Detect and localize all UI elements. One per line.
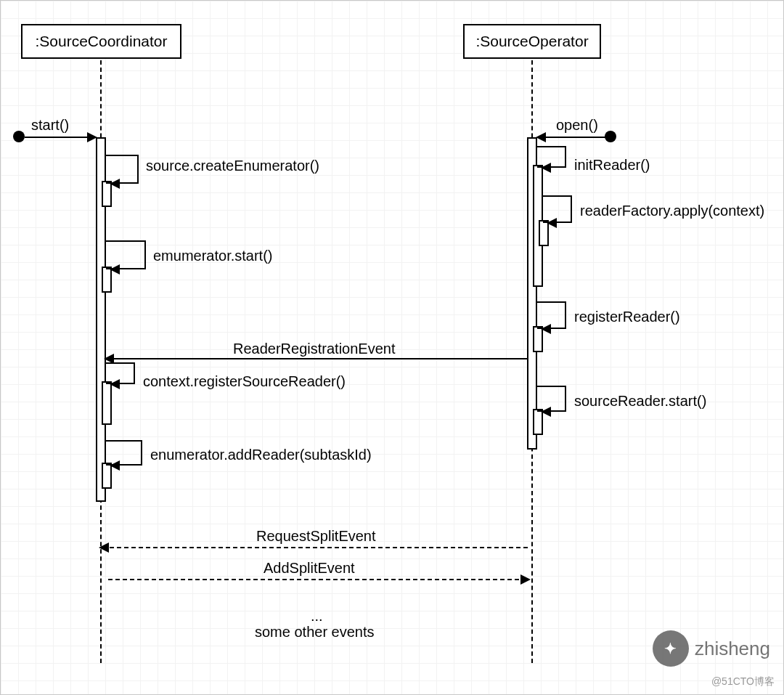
sequence-diagram: :SourceCoordinator :SourceOperator start…: [0, 0, 784, 695]
msg-addsplit: AddSplitEvent: [264, 560, 355, 577]
ellipsis: ...: [311, 608, 323, 625]
line-requestsplit: [110, 547, 528, 548]
line-addsplit: [108, 579, 526, 580]
watermark-platform: @51CTO博客: [711, 675, 775, 688]
arrow-icon: [547, 218, 557, 228]
msg-emumstart: emumerator.start(): [153, 248, 272, 264]
participant-source-operator: :SourceOperator: [463, 24, 601, 59]
line-readerregevent: [110, 358, 527, 359]
arrow-icon: [541, 324, 551, 334]
msg-createenum: source.createEnumerator(): [146, 158, 319, 174]
line-start: [25, 137, 94, 138]
participant-source-coordinator: :SourceCoordinator: [21, 24, 181, 59]
wechat-icon: ✦: [653, 630, 689, 667]
arrow-icon: [99, 542, 109, 553]
arrow-icon: [110, 264, 120, 275]
msg-readerfactory: readerFactory.apply(context): [580, 203, 764, 219]
line-open: [541, 137, 611, 138]
arrow-icon: [110, 460, 120, 471]
msg-enumaddreader: enumerator.addReader(subtaskId): [150, 447, 372, 463]
watermark-brand: ✦ zhisheng: [653, 630, 770, 667]
arrow-icon: [541, 407, 551, 417]
msg-open: open(): [556, 117, 598, 134]
msg-start: start(): [31, 117, 69, 134]
msg-otherevents: some other events: [255, 624, 375, 641]
msg-contextregister: context.registerSourceReader(): [143, 373, 346, 390]
watermark-text: zhisheng: [695, 638, 770, 660]
msg-initreader: initReader(): [574, 157, 650, 174]
msg-requestsplit: RequestSplitEvent: [256, 528, 376, 545]
msg-readerregevent: ReaderRegistrationEvent: [233, 341, 395, 357]
arrow-icon: [541, 163, 551, 173]
arrow-icon: [520, 574, 531, 585]
arrow-icon: [110, 379, 120, 389]
arrow-icon: [536, 132, 546, 142]
participant-label: :SourceOperator: [475, 33, 588, 49]
arrow-icon: [104, 354, 114, 364]
msg-srcreaderstart: sourceReader.start(): [574, 393, 706, 410]
msg-registerreader: registerReader(): [574, 309, 680, 325]
found-message-dot: [13, 131, 25, 142]
participant-label: :SourceCoordinator: [35, 33, 167, 49]
arrow-icon: [110, 179, 120, 189]
